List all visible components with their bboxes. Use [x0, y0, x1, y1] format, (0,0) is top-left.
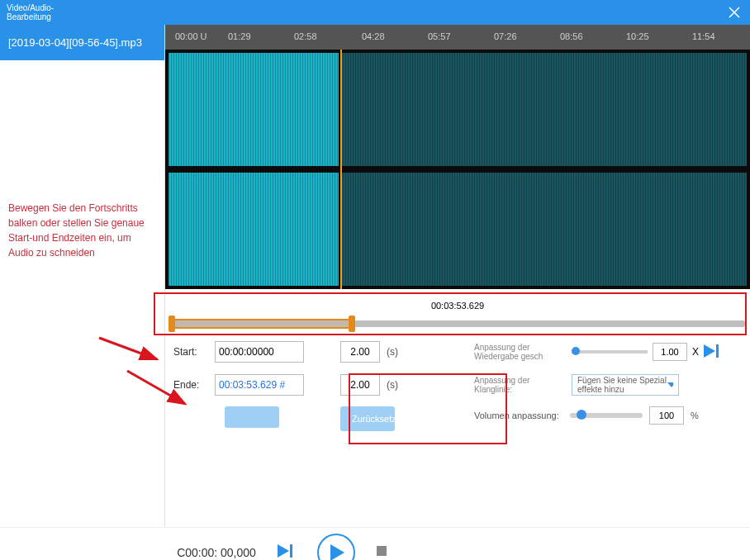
range-selector: 00:03:53.629 — [165, 289, 750, 332]
editor-panel: 00:00 U 01:29 02:58 04:28 05:57 07:26 08… — [165, 25, 750, 527]
volume-slider[interactable] — [570, 413, 643, 418]
svg-rect-1 — [716, 344, 719, 358]
file-list-item[interactable]: [2019-03-04][09-56-45].mp3 — [0, 25, 164, 60]
tick: 07:26 — [494, 31, 517, 41]
current-time: C00:00: 00,000 — [177, 546, 256, 559]
preview-speed-button[interactable] — [704, 344, 722, 360]
speed-suffix: X — [692, 346, 699, 358]
timeline-ruler[interactable]: 00:00 U 01:29 02:58 04:28 05:57 07:26 08… — [165, 25, 750, 50]
sound-effect-label: Anpassung der Klanglinie: — [474, 376, 567, 394]
sound-effect-dropdown[interactable]: Fügen Sie keine Spezial effekte hinzu — [572, 374, 679, 396]
end-label: Ende: — [173, 379, 208, 391]
transport-bar: C00:00: 00,000 — [0, 527, 750, 560]
speed-slider[interactable] — [572, 350, 648, 354]
tick: 01:29 — [228, 31, 251, 41]
tick: 05:57 — [428, 31, 451, 41]
fade-out-input[interactable] — [340, 374, 380, 396]
hint-text: Bewegen Sie den Fortschritts balken oder… — [0, 60, 164, 260]
apply-cut-button[interactable] — [225, 406, 279, 428]
svg-marker-2 — [667, 382, 673, 387]
svg-marker-0 — [704, 344, 715, 358]
playback-speed-label: Anpassung der Wiedergabe gesch — [474, 343, 567, 361]
range-handle-start[interactable] — [169, 316, 175, 332]
volume-label: Volumen anpassung: — [474, 411, 563, 420]
fade-out-unit: (s) — [387, 379, 398, 391]
chevron-down-icon — [667, 382, 673, 387]
range-handle-end[interactable] — [349, 316, 355, 332]
tick: 04:28 — [362, 31, 385, 41]
annotation-box — [154, 292, 747, 335]
title-bar: Video/Audio-Bearbeitung — [0, 0, 750, 25]
close-button[interactable] — [729, 7, 740, 21]
volume-value[interactable] — [649, 406, 684, 425]
end-input[interactable] — [215, 374, 304, 396]
fade-in-unit: (s) — [387, 346, 398, 358]
dropdown-value: Fügen Sie keine Spezial effekte hinzu — [577, 376, 667, 394]
range-track[interactable] — [170, 320, 745, 327]
stop-icon — [377, 546, 387, 556]
controls: Start: Ende: (s) (s) — [165, 332, 750, 431]
range-selection[interactable] — [170, 319, 352, 329]
svg-marker-7 — [278, 544, 289, 558]
stop-button[interactable] — [377, 546, 387, 558]
start-input[interactable] — [215, 341, 304, 363]
play-to-end-button[interactable] — [278, 544, 296, 560]
waveform-display[interactable] — [165, 50, 750, 289]
play-icon — [328, 544, 344, 561]
selection-time-label: 00:03:53.629 — [428, 301, 487, 311]
play-icon — [704, 344, 722, 358]
close-icon — [729, 7, 740, 18]
fade-in-input[interactable] — [340, 341, 380, 363]
playhead[interactable] — [340, 50, 342, 289]
tick: 10:25 — [626, 31, 649, 41]
play-button[interactable] — [317, 534, 355, 561]
reset-button[interactable]: Zurücksetzen — [340, 406, 395, 431]
tick: 11:54 — [692, 31, 715, 41]
speed-value[interactable] — [653, 343, 687, 361]
start-label: Start: — [173, 346, 208, 358]
svg-rect-8 — [290, 544, 292, 558]
sidebar: [2019-03-04][09-56-45].mp3 Bewegen Sie d… — [0, 25, 165, 527]
tick: 00:00 U — [175, 31, 207, 41]
volume-suffix: % — [691, 411, 699, 420]
tick: 02:58 — [294, 31, 317, 41]
svg-marker-9 — [330, 544, 344, 561]
svg-rect-10 — [377, 546, 387, 556]
main-area: [2019-03-04][09-56-45].mp3 Bewegen Sie d… — [0, 25, 750, 527]
play-skip-icon — [278, 544, 296, 558]
tick: 08:56 — [560, 31, 583, 41]
window-title: Video/Audio-Bearbeitung — [7, 3, 81, 21]
